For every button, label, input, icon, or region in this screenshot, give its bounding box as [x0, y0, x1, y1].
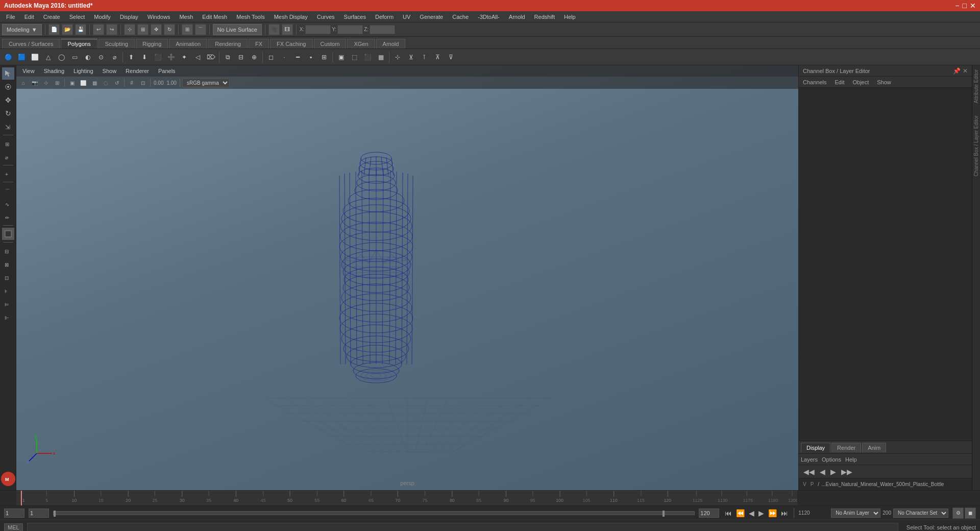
snap2-btn[interactable]: ⊻ — [405, 51, 417, 63]
layer-end-btn[interactable]: ▶▶ — [840, 468, 854, 476]
select-tool[interactable] — [2, 67, 14, 80]
tab-fx-caching[interactable]: FX Caching — [270, 39, 312, 49]
snap1-btn[interactable]: ⊹ — [391, 51, 404, 63]
play-fwd-btn[interactable]: ▶ — [757, 509, 766, 517]
snap-grid-btn[interactable]: ⊞ — [182, 24, 193, 35]
rotate-tool[interactable]: ↻ — [2, 107, 14, 119]
channel-strip-label[interactable]: Channel Box / Layer Editor — [973, 111, 979, 181]
torus-icon-btn[interactable]: ◯ — [55, 51, 67, 63]
redo-btn[interactable]: ↪ — [106, 24, 117, 35]
menu-3dtoall[interactable]: -3DtoAll- — [474, 13, 504, 21]
tab-fx[interactable]: FX — [249, 39, 269, 49]
append-poly-btn[interactable]: ➕ — [165, 51, 177, 63]
menu-mesh-tools[interactable]: Mesh Tools — [232, 13, 268, 21]
menu-edit[interactable]: Edit — [20, 13, 38, 21]
ch-tab-show[interactable]: Show — [875, 78, 893, 86]
universal-manipulator[interactable]: ⊞ — [2, 137, 14, 150]
combine-btn[interactable]: ⧉ — [222, 51, 234, 63]
vp-btn-hud[interactable]: ⊡ — [138, 78, 148, 87]
sphere-icon-btn[interactable]: 🔵 — [2, 51, 14, 63]
mel-input[interactable] — [27, 523, 898, 532]
boolean-btn[interactable]: ⊕ — [248, 51, 260, 63]
y-input[interactable] — [337, 25, 363, 34]
vp-menu-shading[interactable]: Shading — [40, 67, 68, 75]
close-button[interactable]: ✕ — [970, 2, 976, 10]
lasso-btn[interactable]: ⊞ — [137, 24, 149, 35]
menu-file[interactable]: File — [2, 13, 19, 21]
render-btn[interactable]: 🎥 — [268, 24, 280, 35]
vp-btn-refresh[interactable]: ↺ — [112, 78, 122, 87]
ch-tab-object[interactable]: Object — [850, 78, 871, 86]
select-btn[interactable]: ⊹ — [124, 24, 135, 35]
vp-menu-renderer[interactable]: Renderer — [121, 67, 153, 75]
ch-tab-channels[interactable]: Channels — [801, 78, 828, 86]
menu-arnold[interactable]: Arnold — [505, 13, 529, 21]
wedge-btn[interactable]: ◁ — [191, 51, 204, 63]
tab-curves-surfaces[interactable]: Curves / Surfaces — [2, 39, 60, 49]
x-input[interactable] — [305, 25, 331, 34]
snap5-btn[interactable]: ⊽ — [445, 51, 457, 63]
snap-curve-btn[interactable]: ⌒ — [195, 24, 206, 35]
range-start-handle[interactable] — [54, 511, 56, 517]
tab-sculpting[interactable]: Sculpting — [99, 39, 135, 49]
disp-tab-display[interactable]: Display — [801, 443, 830, 452]
vp-btn-ambient[interactable]: ◌ — [101, 78, 111, 87]
ch-tab-edit[interactable]: Edit — [832, 78, 846, 86]
tab-xgen[interactable]: XGen — [347, 39, 375, 49]
frame-end-input[interactable] — [699, 509, 719, 518]
menu-mesh[interactable]: Mesh — [175, 13, 197, 21]
tab-custom[interactable]: Custom — [314, 39, 347, 49]
paint-attr-btn[interactable]: ⊧ — [2, 284, 14, 297]
helix-icon-btn[interactable]: ⌀ — [108, 51, 120, 63]
menu-curves[interactable]: Curves — [313, 13, 339, 21]
smooth-btn[interactable]: ⌦ — [205, 51, 217, 63]
layers-item[interactable]: Layers — [801, 456, 818, 463]
frame-current-input[interactable] — [29, 509, 49, 518]
move-btn[interactable]: ✥ — [151, 24, 162, 35]
snap4-btn[interactable]: ⊼ — [431, 51, 444, 63]
poke-btn[interactable]: ✦ — [178, 51, 190, 63]
hypershade-btn[interactable]: ⊡ — [2, 271, 14, 283]
rotate-btn[interactable]: ↻ — [164, 24, 175, 35]
viewport[interactable]: View Shading Lighting Show Renderer Pane… — [16, 65, 798, 490]
bridge-btn[interactable]: ⬇ — [138, 51, 151, 63]
menu-select[interactable]: Select — [65, 13, 89, 21]
mode-selector[interactable]: Modeling ▼ — [2, 24, 42, 35]
mel-label[interactable]: MEL — [4, 523, 23, 532]
menu-generate[interactable]: Generate — [415, 13, 447, 21]
go-to-end-btn[interactable]: ⏭ — [779, 509, 790, 517]
fill-hole-btn[interactable]: ⬛ — [152, 51, 164, 63]
uvshell-mode-btn[interactable]: ⊞ — [318, 51, 330, 63]
menu-mesh-display[interactable]: Mesh Display — [270, 13, 312, 21]
menu-create[interactable]: Create — [39, 13, 64, 21]
extrude-btn[interactable]: ⬆ — [125, 51, 137, 63]
face-mode-btn[interactable]: ▪ — [305, 51, 317, 63]
scale-tool[interactable]: ⇲ — [2, 120, 14, 133]
tab-rendering[interactable]: Rendering — [208, 39, 248, 49]
viewport-3d[interactable]: .wire { stroke: #1a2a8a; stroke-width: 0… — [16, 89, 798, 480]
vp-btn-textured[interactable]: ▦ — [89, 78, 100, 87]
menu-edit-mesh[interactable]: Edit Mesh — [198, 13, 231, 21]
new-file-btn[interactable]: 📄 — [48, 24, 60, 35]
open-file-btn[interactable]: 📂 — [62, 24, 73, 35]
disp4-btn[interactable]: ▦ — [375, 51, 387, 63]
move-tool[interactable]: ✥ — [2, 94, 14, 106]
disp3-btn[interactable]: ⬛ — [361, 51, 374, 63]
plane-icon-btn[interactable]: ▭ — [68, 51, 81, 63]
menu-cache[interactable]: Cache — [448, 13, 473, 21]
tab-polygons[interactable]: Polygons — [61, 39, 97, 49]
menu-windows[interactable]: Windows — [143, 13, 175, 21]
menu-redshift[interactable]: Redshift — [530, 13, 559, 21]
layer-item[interactable]: V P / ...Evian_Natural_Mineral_Water_500… — [801, 480, 970, 488]
menu-surfaces[interactable]: Surfaces — [340, 13, 370, 21]
xray-btn[interactable]: ⊨ — [2, 298, 14, 310]
minimize-button[interactable]: − — [955, 2, 959, 10]
no-live-surface-btn[interactable]: No Live Surface — [213, 24, 262, 35]
menu-help[interactable]: Help — [560, 13, 580, 21]
vp-btn-home[interactable]: ⌂ — [18, 78, 29, 87]
anim-layer-select[interactable]: No Anim Layer — [831, 509, 880, 518]
pipe-icon-btn[interactable]: ⊙ — [95, 51, 107, 63]
menu-deform[interactable]: Deform — [371, 13, 398, 21]
disp-tab-render[interactable]: Render — [831, 443, 861, 452]
menu-display[interactable]: Display — [116, 13, 142, 21]
